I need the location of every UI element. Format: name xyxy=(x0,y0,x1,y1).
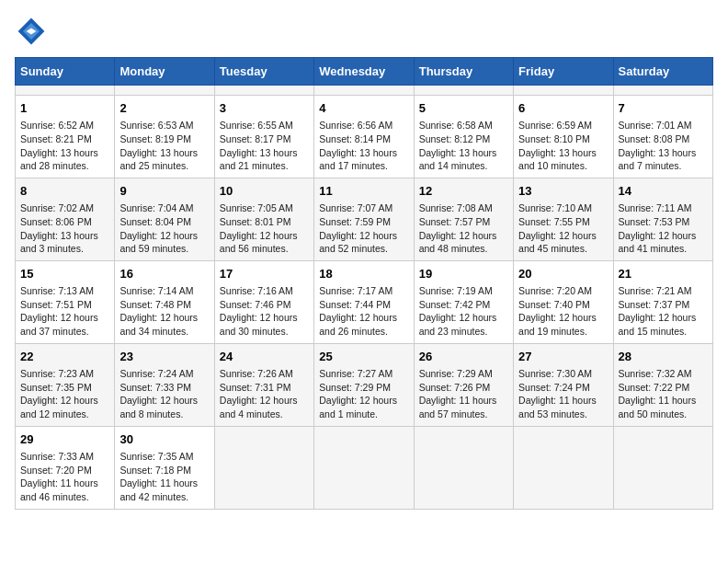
calendar-cell: 24Sunrise: 7:26 AM Sunset: 7:31 PM Dayli… xyxy=(214,343,313,426)
calendar-cell: 8Sunrise: 7:02 AM Sunset: 8:06 PM Daylig… xyxy=(16,178,115,260)
day-info: Sunrise: 7:08 AM Sunset: 7:57 PM Dayligh… xyxy=(419,201,508,256)
day-info: Sunrise: 7:13 AM Sunset: 7:51 PM Dayligh… xyxy=(20,284,109,339)
day-number: 21 xyxy=(619,266,708,282)
day-info: Sunrise: 7:04 AM Sunset: 8:04 PM Dayligh… xyxy=(119,201,209,256)
day-number: 4 xyxy=(319,100,408,117)
day-info: Sunrise: 7:30 AM Sunset: 7:24 PM Dayligh… xyxy=(518,367,608,421)
header-day: Wednesday xyxy=(314,58,414,86)
calendar-cell: 26Sunrise: 7:29 AM Sunset: 7:26 PM Dayli… xyxy=(414,343,513,426)
day-number: 1 xyxy=(20,100,109,117)
calendar-week-row: 29Sunrise: 7:33 AM Sunset: 7:20 PM Dayli… xyxy=(16,426,713,509)
day-info: Sunrise: 6:56 AM Sunset: 8:14 PM Dayligh… xyxy=(319,119,408,173)
calendar-cell: 11Sunrise: 7:07 AM Sunset: 7:59 PM Dayli… xyxy=(314,178,414,260)
header-day: Tuesday xyxy=(214,58,313,86)
calendar-cell xyxy=(214,426,313,509)
calendar-cell: 9Sunrise: 7:04 AM Sunset: 8:04 PM Daylig… xyxy=(115,178,214,260)
day-info: Sunrise: 6:52 AM Sunset: 8:21 PM Dayligh… xyxy=(20,119,109,173)
logo xyxy=(15,15,51,48)
day-number: 7 xyxy=(619,100,708,117)
calendar-cell: 29Sunrise: 7:33 AM Sunset: 7:20 PM Dayli… xyxy=(16,426,115,509)
calendar-cell: 17Sunrise: 7:16 AM Sunset: 7:46 PM Dayli… xyxy=(214,260,313,343)
calendar-cell: 3Sunrise: 6:55 AM Sunset: 8:17 PM Daylig… xyxy=(214,96,313,178)
calendar-cell: 20Sunrise: 7:20 AM Sunset: 7:40 PM Dayli… xyxy=(514,260,613,343)
day-number: 22 xyxy=(20,349,109,365)
calendar-cell: 27Sunrise: 7:30 AM Sunset: 7:24 PM Dayli… xyxy=(514,343,613,426)
calendar-cell: 7Sunrise: 7:01 AM Sunset: 8:08 PM Daylig… xyxy=(613,96,712,178)
day-number: 16 xyxy=(119,266,209,282)
calendar-cell: 10Sunrise: 7:05 AM Sunset: 8:01 PM Dayli… xyxy=(214,178,313,260)
day-info: Sunrise: 7:33 AM Sunset: 7:20 PM Dayligh… xyxy=(20,450,109,504)
day-info: Sunrise: 6:53 AM Sunset: 8:19 PM Dayligh… xyxy=(119,119,209,173)
day-info: Sunrise: 7:29 AM Sunset: 7:26 PM Dayligh… xyxy=(419,367,508,421)
calendar-week-row: 22Sunrise: 7:23 AM Sunset: 7:35 PM Dayli… xyxy=(16,343,713,426)
header-day: Monday xyxy=(115,58,214,86)
calendar-cell: 22Sunrise: 7:23 AM Sunset: 7:35 PM Dayli… xyxy=(16,343,115,426)
calendar-cell xyxy=(613,426,712,509)
day-info: Sunrise: 7:14 AM Sunset: 7:48 PM Dayligh… xyxy=(119,284,209,339)
day-info: Sunrise: 7:21 AM Sunset: 7:37 PM Dayligh… xyxy=(619,284,708,339)
day-info: Sunrise: 7:20 AM Sunset: 7:40 PM Dayligh… xyxy=(518,284,608,339)
day-info: Sunrise: 7:10 AM Sunset: 7:55 PM Dayligh… xyxy=(518,201,608,256)
calendar-cell: 30Sunrise: 7:35 AM Sunset: 7:18 PM Dayli… xyxy=(115,426,214,509)
day-number: 24 xyxy=(220,349,309,365)
day-info: Sunrise: 7:02 AM Sunset: 8:06 PM Dayligh… xyxy=(20,201,109,256)
calendar-cell: 13Sunrise: 7:10 AM Sunset: 7:55 PM Dayli… xyxy=(514,178,613,260)
calendar-cell: 5Sunrise: 6:58 AM Sunset: 8:12 PM Daylig… xyxy=(414,96,513,178)
page-header xyxy=(15,15,713,48)
calendar-cell xyxy=(613,86,712,96)
logo-icon xyxy=(15,15,48,48)
day-number: 20 xyxy=(518,266,608,282)
day-number: 18 xyxy=(319,266,408,282)
calendar-cell: 14Sunrise: 7:11 AM Sunset: 7:53 PM Dayli… xyxy=(613,178,712,260)
header-day: Thursday xyxy=(414,58,513,86)
calendar-cell xyxy=(414,86,513,96)
day-info: Sunrise: 7:24 AM Sunset: 7:33 PM Dayligh… xyxy=(119,367,209,421)
calendar-cell xyxy=(314,426,414,509)
day-number: 23 xyxy=(119,349,209,365)
day-info: Sunrise: 7:16 AM Sunset: 7:46 PM Dayligh… xyxy=(220,284,309,339)
day-number: 10 xyxy=(220,183,309,200)
day-number: 11 xyxy=(319,183,408,200)
calendar-cell xyxy=(314,86,414,96)
calendar-cell: 23Sunrise: 7:24 AM Sunset: 7:33 PM Dayli… xyxy=(115,343,214,426)
day-number: 26 xyxy=(419,349,508,365)
header-row: SundayMondayTuesdayWednesdayThursdayFrid… xyxy=(16,58,713,86)
calendar-cell: 12Sunrise: 7:08 AM Sunset: 7:57 PM Dayli… xyxy=(414,178,513,260)
day-number: 15 xyxy=(20,266,109,282)
day-number: 14 xyxy=(619,183,708,200)
calendar-week-row: 8Sunrise: 7:02 AM Sunset: 8:06 PM Daylig… xyxy=(16,178,713,260)
calendar-cell: 6Sunrise: 6:59 AM Sunset: 8:10 PM Daylig… xyxy=(514,96,613,178)
day-number: 17 xyxy=(220,266,309,282)
day-number: 27 xyxy=(518,349,608,365)
calendar-cell xyxy=(115,86,214,96)
day-info: Sunrise: 6:55 AM Sunset: 8:17 PM Dayligh… xyxy=(220,119,309,173)
day-number: 12 xyxy=(419,183,508,200)
calendar-week-row xyxy=(16,86,713,96)
calendar-cell: 21Sunrise: 7:21 AM Sunset: 7:37 PM Dayli… xyxy=(613,260,712,343)
calendar-cell xyxy=(16,86,115,96)
day-info: Sunrise: 7:17 AM Sunset: 7:44 PM Dayligh… xyxy=(319,284,408,339)
day-number: 5 xyxy=(419,100,508,117)
calendar-cell: 1Sunrise: 6:52 AM Sunset: 8:21 PM Daylig… xyxy=(16,96,115,178)
day-number: 28 xyxy=(619,349,708,365)
day-info: Sunrise: 7:05 AM Sunset: 8:01 PM Dayligh… xyxy=(220,201,309,256)
day-number: 3 xyxy=(220,100,309,117)
calendar-table: SundayMondayTuesdayWednesdayThursdayFrid… xyxy=(15,57,713,510)
header-day: Friday xyxy=(514,58,613,86)
day-number: 13 xyxy=(518,183,608,200)
day-number: 25 xyxy=(319,349,408,365)
day-number: 29 xyxy=(20,431,109,448)
header-day: Sunday xyxy=(16,58,115,86)
header-day: Saturday xyxy=(613,58,712,86)
day-number: 19 xyxy=(419,266,508,282)
day-info: Sunrise: 7:19 AM Sunset: 7:42 PM Dayligh… xyxy=(419,284,508,339)
calendar-week-row: 1Sunrise: 6:52 AM Sunset: 8:21 PM Daylig… xyxy=(16,96,713,178)
calendar-cell xyxy=(514,426,613,509)
day-info: Sunrise: 7:32 AM Sunset: 7:22 PM Dayligh… xyxy=(619,367,708,421)
day-number: 6 xyxy=(518,100,608,117)
calendar-cell: 15Sunrise: 7:13 AM Sunset: 7:51 PM Dayli… xyxy=(16,260,115,343)
calendar-cell: 4Sunrise: 6:56 AM Sunset: 8:14 PM Daylig… xyxy=(314,96,414,178)
day-info: Sunrise: 6:59 AM Sunset: 8:10 PM Dayligh… xyxy=(518,119,608,173)
day-info: Sunrise: 7:26 AM Sunset: 7:31 PM Dayligh… xyxy=(220,367,309,421)
calendar-cell: 16Sunrise: 7:14 AM Sunset: 7:48 PM Dayli… xyxy=(115,260,214,343)
